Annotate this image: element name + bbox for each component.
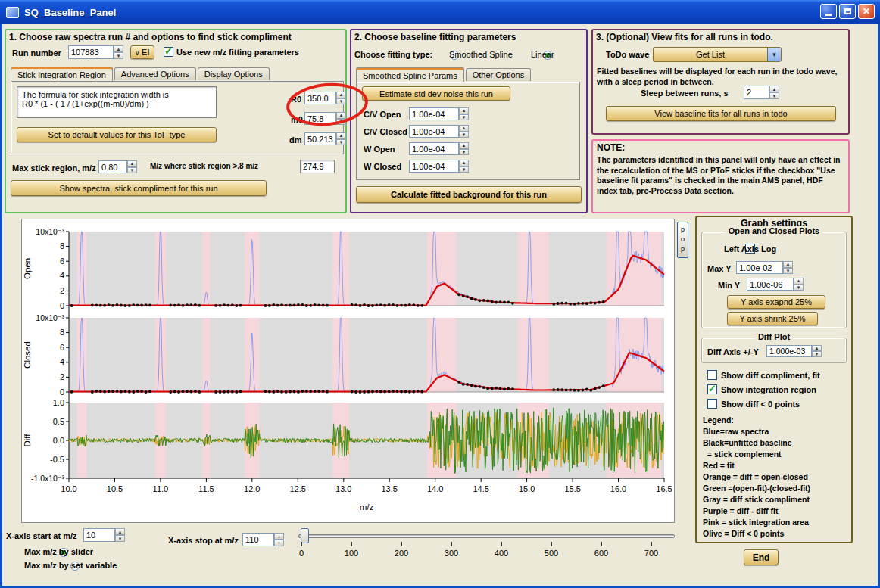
svg-text:6: 6 — [60, 257, 64, 266]
svg-text:10x10⁻³: 10x10⁻³ — [36, 313, 64, 322]
legend-line: Purple = diff - diff fit — [703, 506, 810, 517]
radio-linear-label: Linear — [531, 50, 554, 59]
r0-input[interactable]: 350.0 — [304, 92, 336, 104]
xstart-input[interactable]: 10 — [83, 528, 115, 542]
tab-other-options[interactable]: Other Options — [466, 68, 531, 81]
slider-tick-label: 100 — [339, 549, 364, 558]
slider-tick-labels: 0100200300400500600700 — [298, 542, 675, 562]
y-axis-shrink-button[interactable]: Y axis shrink 25% — [727, 312, 818, 325]
run-number-stepper[interactable] — [114, 45, 123, 59]
max-y-stepper[interactable] — [783, 261, 793, 274]
pop-button[interactable]: pop — [677, 222, 688, 258]
param-row: W Closed1.00e-04 — [364, 157, 469, 175]
param-input[interactable]: 1.00e-04 — [409, 142, 459, 155]
section2-title: 2. Choose baseline fitting parameters — [354, 32, 516, 42]
xstart-stepper[interactable] — [115, 528, 125, 542]
min-y-input[interactable]: 1.00e-06 — [747, 278, 794, 291]
todo-wave-label: ToDo wave — [606, 50, 649, 59]
tab-stick-integration-region[interactable]: Stick Integration Region — [11, 67, 113, 81]
vei-popup-button[interactable]: v EI — [130, 45, 154, 59]
sleep-stepper[interactable] — [769, 86, 779, 99]
tab-smoothed-spline-params[interactable]: Smoothed Spline Params — [356, 67, 464, 82]
xstop-stepper[interactable] — [274, 533, 284, 546]
svg-text:2: 2 — [60, 286, 64, 295]
param-stepper[interactable] — [459, 107, 469, 120]
m0-input[interactable]: 75.8 — [304, 112, 336, 125]
param-stepper[interactable] — [459, 125, 469, 138]
radio-max-mz-slider-label: Max m/z by slider — [24, 547, 93, 556]
svg-text:1.0: 1.0 — [53, 398, 64, 407]
tab-advanced-options[interactable]: Advanced Options — [114, 67, 196, 80]
title-bar[interactable]: SQ_Baseline_Panel ✕ — [0, 0, 880, 24]
svg-text:10.5: 10.5 — [107, 484, 123, 493]
param-stepper[interactable] — [459, 142, 469, 155]
sleep-input[interactable]: 2 — [744, 86, 769, 99]
param-label: C/V Open — [364, 110, 409, 119]
estimate-noise-button[interactable]: Estimate std dev noise this run — [362, 86, 510, 101]
formula-line1: The formula for stick integration width … — [22, 90, 169, 99]
svg-text:13.5: 13.5 — [381, 484, 397, 493]
show-spectra-button[interactable]: Show spectra, stick compliment for this … — [11, 180, 267, 196]
svg-text:-1.0x10⁻³: -1.0x10⁻³ — [31, 474, 65, 483]
tab-display-options[interactable]: Display Options — [198, 67, 270, 80]
xstop-input[interactable]: 110 — [242, 533, 274, 546]
diff-axis-input[interactable]: 1.000e-03 — [766, 345, 812, 357]
section3-description: Fitted baselines will be displayed for e… — [597, 67, 845, 87]
note-text: The parameters identified in this panel … — [597, 155, 845, 196]
spectra-graph[interactable]: 10x10⁻³8642010x10⁻³864201.00.50.0-0.5-1.… — [21, 219, 675, 523]
svg-text:15.0: 15.0 — [519, 484, 535, 493]
diff-axis-stepper[interactable] — [812, 345, 822, 357]
max-mz-slider-track[interactable] — [298, 534, 675, 538]
checkbox-show-diff-0-points[interactable] — [707, 399, 717, 409]
minimize-button[interactable] — [820, 4, 837, 19]
svg-text:14.5: 14.5 — [473, 484, 488, 493]
todo-wave-dropdown[interactable]: Get List ▼ — [653, 47, 782, 62]
r0-stepper[interactable] — [336, 92, 346, 104]
svg-text:10.0: 10.0 — [61, 484, 76, 493]
slider-tick-label: 500 — [538, 549, 564, 558]
view-baseline-fits-button[interactable]: View baseline fits for all runs in todo — [606, 106, 836, 121]
dm-stepper[interactable] — [336, 132, 346, 145]
maximize-button[interactable] — [839, 4, 856, 19]
y-axis-expand-button[interactable]: Y axis exapnd 25% — [727, 295, 825, 309]
param-input[interactable]: 1.00e-04 — [409, 125, 459, 138]
minimize-icon — [825, 14, 832, 16]
svg-text:16.0: 16.0 — [610, 484, 626, 493]
param-input[interactable]: 1.00e-04 — [409, 107, 459, 120]
dm-input[interactable]: 50.213 — [304, 132, 336, 145]
section3-title: 3. (Optional) View fits for all runs in … — [596, 32, 773, 42]
slider-tick — [401, 542, 402, 546]
param-stepper[interactable] — [459, 160, 469, 173]
chevron-down-icon: ▼ — [767, 48, 781, 61]
calculate-background-button[interactable]: Calculate fitted background for this run — [356, 186, 582, 203]
set-default-tof-button[interactable]: Set to default values for this ToF type — [17, 127, 217, 142]
svg-text:12.5: 12.5 — [290, 484, 306, 493]
xstart-label: X-axis start at m/z — [6, 531, 77, 540]
sleep-label: Sleep between runs, s — [641, 89, 729, 98]
fitting-type-label: Choose fitting type: — [354, 50, 432, 59]
max-mz-slider-thumb[interactable] — [301, 528, 309, 543]
settings-checkbox-row: Show integration region — [707, 384, 820, 394]
plot-legend: Legend:Blue=raw spectraBlack=unfitted ba… — [703, 415, 810, 540]
close-button[interactable]: ✕ — [858, 4, 875, 19]
run-number-input[interactable]: 107883 — [68, 45, 114, 59]
use-new-mz-checkbox[interactable] — [164, 47, 173, 57]
diff-axis-label: Diff Axis +/-Y — [707, 347, 759, 356]
checkbox-show-diff-compliment-fit[interactable] — [707, 370, 717, 380]
svg-text:6: 6 — [60, 343, 64, 352]
max-stick-stepper[interactable] — [127, 160, 137, 173]
checkbox-show-integration-region[interactable] — [707, 384, 717, 394]
svg-text:0.5: 0.5 — [53, 417, 64, 426]
slider-tick — [301, 542, 302, 546]
svg-text:Closed: Closed — [23, 341, 32, 369]
slider-tick — [451, 542, 452, 546]
m0-stepper[interactable] — [336, 112, 346, 125]
end-button[interactable]: End — [744, 549, 779, 565]
maximize-icon — [844, 8, 851, 14]
max-y-input[interactable]: 1.00e-02 — [736, 261, 783, 274]
svg-text:11.5: 11.5 — [198, 484, 214, 493]
param-input[interactable]: 1.00e-04 — [409, 160, 459, 173]
min-y-stepper[interactable] — [794, 278, 804, 291]
max-stick-input[interactable]: 0.80 — [98, 160, 127, 173]
svg-text:2: 2 — [60, 372, 64, 381]
